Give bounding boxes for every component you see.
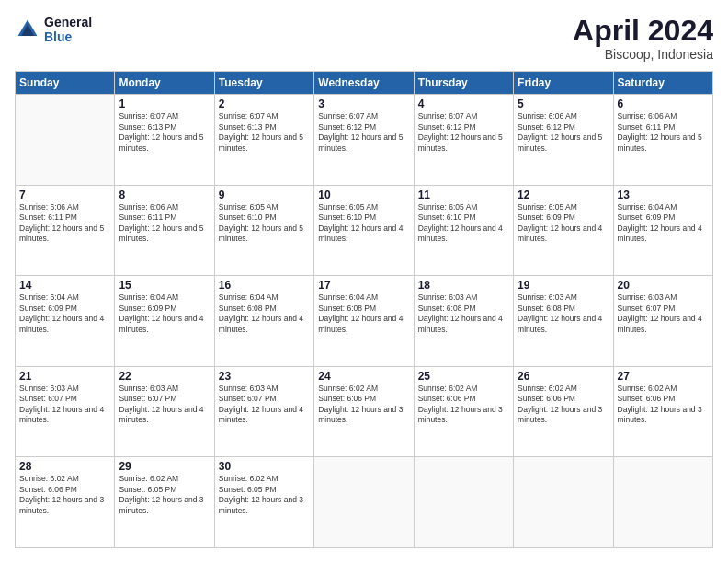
- day-number: 28: [19, 460, 110, 473]
- day-detail: Sunrise: 6:07 AMSunset: 6:12 PMDaylight:…: [418, 111, 509, 154]
- day-number: 23: [219, 370, 310, 383]
- month-title: April 2024: [573, 15, 713, 47]
- calendar: Sunday Monday Tuesday Wednesday Thursday…: [15, 71, 713, 548]
- day-detail: Sunrise: 6:05 AMSunset: 6:10 PMDaylight:…: [219, 202, 310, 245]
- day-detail: Sunrise: 6:07 AMSunset: 6:12 PMDaylight:…: [318, 111, 409, 154]
- day-number: 29: [119, 460, 210, 473]
- logo-icon: [15, 17, 40, 42]
- table-row: 5Sunrise: 6:06 AMSunset: 6:12 PMDaylight…: [514, 95, 613, 186]
- calendar-week-row: 7Sunrise: 6:06 AMSunset: 6:11 PMDaylight…: [16, 185, 713, 276]
- table-row: 27Sunrise: 6:02 AMSunset: 6:06 PMDayligh…: [613, 366, 712, 457]
- table-row: 22Sunrise: 6:03 AMSunset: 6:07 PMDayligh…: [115, 366, 214, 457]
- day-number: 8: [119, 189, 210, 201]
- table-row: [414, 457, 513, 548]
- day-number: 26: [518, 370, 609, 383]
- day-detail: Sunrise: 6:06 AMSunset: 6:11 PMDaylight:…: [19, 202, 110, 245]
- day-detail: Sunrise: 6:04 AMSunset: 6:08 PMDaylight:…: [318, 293, 409, 335]
- table-row: 16Sunrise: 6:04 AMSunset: 6:08 PMDayligh…: [214, 276, 313, 367]
- page: General Blue April 2024 Biscoop, Indones…: [0, 0, 728, 563]
- day-number: 11: [418, 189, 509, 201]
- day-detail: Sunrise: 6:07 AMSunset: 6:13 PMDaylight:…: [119, 111, 210, 154]
- day-number: 30: [219, 460, 310, 473]
- day-detail: Sunrise: 6:05 AMSunset: 6:10 PMDaylight:…: [418, 202, 509, 245]
- day-number: 20: [618, 279, 709, 292]
- table-row: 4Sunrise: 6:07 AMSunset: 6:12 PMDaylight…: [414, 95, 513, 186]
- table-row: 1Sunrise: 6:07 AMSunset: 6:13 PMDaylight…: [115, 95, 214, 186]
- day-number: 17: [318, 279, 409, 292]
- table-row: 19Sunrise: 6:03 AMSunset: 6:08 PMDayligh…: [514, 276, 613, 367]
- col-thursday: Thursday: [414, 72, 513, 95]
- day-detail: Sunrise: 6:04 AMSunset: 6:09 PMDaylight:…: [19, 293, 110, 335]
- day-detail: Sunrise: 6:03 AMSunset: 6:07 PMDaylight:…: [119, 384, 210, 426]
- day-number: 4: [418, 98, 509, 110]
- day-detail: Sunrise: 6:07 AMSunset: 6:13 PMDaylight:…: [219, 111, 310, 154]
- col-saturday: Saturday: [613, 72, 712, 95]
- col-monday: Monday: [115, 72, 214, 95]
- col-wednesday: Wednesday: [314, 72, 414, 95]
- day-detail: Sunrise: 6:05 AMSunset: 6:09 PMDaylight:…: [518, 202, 609, 245]
- logo: General Blue: [15, 15, 92, 44]
- day-detail: Sunrise: 6:02 AMSunset: 6:06 PMDaylight:…: [518, 384, 609, 426]
- logo-text: General Blue: [44, 15, 92, 44]
- day-number: 24: [318, 370, 409, 383]
- day-detail: Sunrise: 6:02 AMSunset: 6:05 PMDaylight:…: [119, 474, 210, 516]
- table-row: 26Sunrise: 6:02 AMSunset: 6:06 PMDayligh…: [514, 366, 613, 457]
- col-sunday: Sunday: [16, 72, 115, 95]
- day-detail: Sunrise: 6:04 AMSunset: 6:09 PMDaylight:…: [618, 202, 709, 245]
- day-number: 9: [219, 189, 310, 201]
- table-row: 9Sunrise: 6:05 AMSunset: 6:10 PMDaylight…: [214, 185, 313, 276]
- day-number: 5: [518, 98, 609, 110]
- calendar-week-row: 21Sunrise: 6:03 AMSunset: 6:07 PMDayligh…: [16, 366, 713, 457]
- table-row: 21Sunrise: 6:03 AMSunset: 6:07 PMDayligh…: [16, 366, 115, 457]
- calendar-week-row: 14Sunrise: 6:04 AMSunset: 6:09 PMDayligh…: [16, 276, 713, 367]
- table-row: 24Sunrise: 6:02 AMSunset: 6:06 PMDayligh…: [314, 366, 414, 457]
- day-number: 6: [618, 98, 709, 110]
- day-detail: Sunrise: 6:03 AMSunset: 6:08 PMDaylight:…: [518, 293, 609, 335]
- day-detail: Sunrise: 6:04 AMSunset: 6:09 PMDaylight:…: [119, 293, 210, 335]
- table-row: 12Sunrise: 6:05 AMSunset: 6:09 PMDayligh…: [514, 185, 613, 276]
- day-detail: Sunrise: 6:03 AMSunset: 6:07 PMDaylight:…: [618, 293, 709, 335]
- day-number: 27: [618, 370, 709, 383]
- table-row: [613, 457, 712, 548]
- table-row: 7Sunrise: 6:06 AMSunset: 6:11 PMDaylight…: [16, 185, 115, 276]
- table-row: 2Sunrise: 6:07 AMSunset: 6:13 PMDaylight…: [214, 95, 313, 186]
- table-row: 17Sunrise: 6:04 AMSunset: 6:08 PMDayligh…: [314, 276, 414, 367]
- day-detail: Sunrise: 6:02 AMSunset: 6:05 PMDaylight:…: [219, 474, 310, 516]
- day-detail: Sunrise: 6:06 AMSunset: 6:11 PMDaylight:…: [119, 202, 210, 245]
- day-detail: Sunrise: 6:06 AMSunset: 6:11 PMDaylight:…: [618, 111, 709, 154]
- table-row: 28Sunrise: 6:02 AMSunset: 6:06 PMDayligh…: [16, 457, 115, 548]
- day-number: 21: [19, 370, 110, 383]
- day-detail: Sunrise: 6:03 AMSunset: 6:07 PMDaylight:…: [19, 384, 110, 426]
- calendar-week-row: 1Sunrise: 6:07 AMSunset: 6:13 PMDaylight…: [16, 95, 713, 186]
- table-row: 6Sunrise: 6:06 AMSunset: 6:11 PMDaylight…: [613, 95, 712, 186]
- header: General Blue April 2024 Biscoop, Indones…: [15, 15, 713, 62]
- day-detail: Sunrise: 6:02 AMSunset: 6:06 PMDaylight:…: [19, 474, 110, 516]
- day-number: 25: [418, 370, 509, 383]
- table-row: [314, 457, 414, 548]
- table-row: 25Sunrise: 6:02 AMSunset: 6:06 PMDayligh…: [414, 366, 513, 457]
- table-row: 30Sunrise: 6:02 AMSunset: 6:05 PMDayligh…: [214, 457, 313, 548]
- day-number: 15: [119, 279, 210, 292]
- table-row: [514, 457, 613, 548]
- day-number: 22: [119, 370, 210, 383]
- day-number: 14: [19, 279, 110, 292]
- day-number: 19: [518, 279, 609, 292]
- day-number: 3: [318, 98, 409, 110]
- day-number: 18: [418, 279, 509, 292]
- calendar-header-row: Sunday Monday Tuesday Wednesday Thursday…: [16, 72, 713, 95]
- day-number: 12: [518, 189, 609, 201]
- day-detail: Sunrise: 6:06 AMSunset: 6:12 PMDaylight:…: [518, 111, 609, 154]
- day-detail: Sunrise: 6:03 AMSunset: 6:07 PMDaylight:…: [219, 384, 310, 426]
- table-row: 14Sunrise: 6:04 AMSunset: 6:09 PMDayligh…: [16, 276, 115, 367]
- col-friday: Friday: [514, 72, 613, 95]
- day-number: 2: [219, 98, 310, 110]
- day-detail: Sunrise: 6:02 AMSunset: 6:06 PMDaylight:…: [318, 384, 409, 426]
- day-detail: Sunrise: 6:04 AMSunset: 6:08 PMDaylight:…: [219, 293, 310, 335]
- table-row: 20Sunrise: 6:03 AMSunset: 6:07 PMDayligh…: [613, 276, 712, 367]
- day-detail: Sunrise: 6:05 AMSunset: 6:10 PMDaylight:…: [318, 202, 409, 245]
- table-row: 11Sunrise: 6:05 AMSunset: 6:10 PMDayligh…: [414, 185, 513, 276]
- table-row: [16, 95, 115, 186]
- title-block: April 2024 Biscoop, Indonesia: [573, 15, 713, 62]
- table-row: 18Sunrise: 6:03 AMSunset: 6:08 PMDayligh…: [414, 276, 513, 367]
- col-tuesday: Tuesday: [214, 72, 313, 95]
